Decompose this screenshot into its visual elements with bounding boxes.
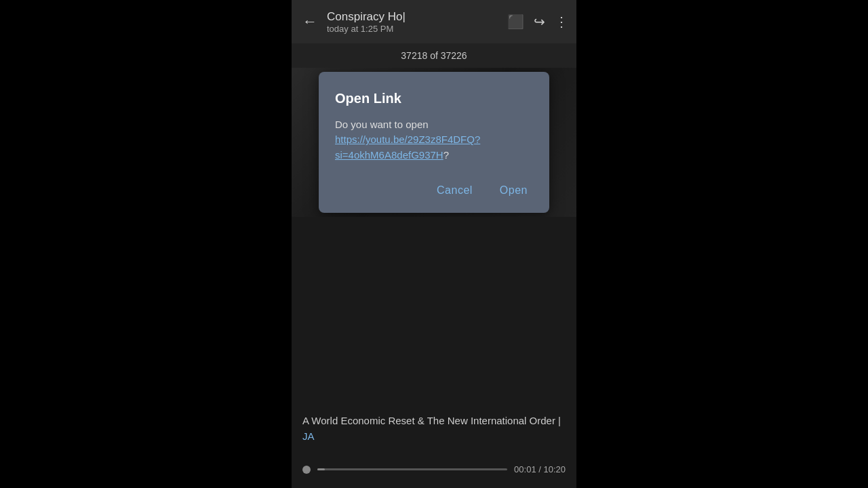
progress-track[interactable]	[317, 468, 507, 470]
video-controls: 00:01 / 10:20	[292, 458, 576, 488]
header-title: Conspiracy Ho|	[327, 10, 500, 24]
message-area: A World Economic Reset & The New Interna…	[292, 217, 576, 458]
back-button[interactable]: ←	[300, 10, 320, 33]
time-display: 00:01 / 10:20	[514, 464, 566, 474]
message-main-text: A World Economic Reset & The New Interna…	[302, 415, 561, 426]
dialog-actions: Cancel Open	[335, 182, 533, 199]
header-icons: ⬛ ↪ ⋮	[507, 14, 568, 30]
dialog-body: Do you want to open https://youtu.be/29Z…	[335, 117, 533, 163]
counter-text: 37218 of 37226	[401, 50, 467, 61]
open-link-dialog: Open Link Do you want to open https://yo…	[319, 72, 549, 214]
progress-bar-container: 00:01 / 10:20	[302, 464, 566, 474]
open-button[interactable]: Open	[494, 182, 533, 199]
progress-dot[interactable]	[302, 466, 311, 474]
dialog-title: Open Link	[335, 91, 533, 106]
more-options-icon[interactable]: ⋮	[555, 14, 568, 30]
header: ← Conspiracy Ho| today at 1:25 PM ⬛ ↪ ⋮	[292, 0, 576, 43]
message-text: A World Economic Reset & The New Interna…	[302, 413, 566, 444]
dialog-overlay: Open Link Do you want to open https://yo…	[292, 68, 576, 217]
header-title-area: Conspiracy Ho| today at 1:25 PM	[327, 10, 500, 34]
dialog-body-prefix: Do you want to open	[335, 119, 429, 130]
counter-bar: 37218 of 37226	[292, 43, 576, 68]
video-area: TheEconomist Article Open Link Do you wa…	[292, 68, 576, 217]
forward-icon[interactable]: ↪	[534, 14, 545, 30]
header-subtitle: today at 1:25 PM	[327, 24, 500, 34]
progress-fill	[317, 468, 325, 470]
message-highlight-text: JA	[302, 430, 315, 442]
share-screen-icon[interactable]: ⬛	[507, 14, 524, 30]
cancel-button[interactable]: Cancel	[431, 182, 478, 199]
dialog-link[interactable]: https://youtu.be/29Z3z8F4DFQ?si=4okhM6A8…	[335, 134, 480, 161]
dialog-body-suffix: ?	[443, 149, 449, 161]
